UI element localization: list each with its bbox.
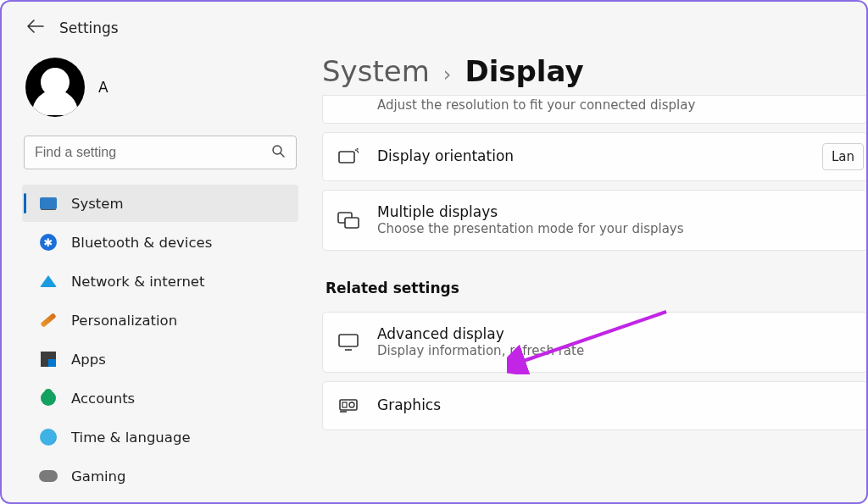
sidebar-item-bluetooth[interactable]: ✱ Bluetooth & devices [22,224,298,261]
multiple-displays-icon [335,212,362,229]
setting-row-graphics[interactable]: Graphics [322,381,868,430]
nav: System ✱ Bluetooth & devices Network & i… [22,185,298,495]
svg-rect-9 [342,402,347,407]
svg-rect-4 [345,218,359,228]
orientation-icon [335,148,362,165]
breadcrumb: System › Display [322,54,866,88]
user-icon [39,389,58,407]
section-header-related: Related settings [326,280,866,296]
chevron-right-icon: › [443,63,452,86]
sidebar-item-label: Time & language [71,429,191,446]
bluetooth-icon: ✱ [39,233,58,252]
sidebar-item-system[interactable]: System [22,185,298,222]
setting-title: Graphics [377,396,855,414]
setting-subtitle: Choose the presentation mode for your di… [377,221,855,238]
back-button[interactable] [27,19,44,36]
sidebar-item-label: Personalization [71,313,177,329]
setting-subtitle: Display information, refresh rate [377,343,855,360]
orientation-dropdown[interactable]: Lan [822,143,864,170]
graphics-card-icon [335,397,362,414]
sidebar-item-apps[interactable]: Apps [22,341,298,378]
sidebar-item-network[interactable]: Network & internet [22,263,298,300]
monitor-icon [335,334,362,351]
avatar [25,58,85,117]
setting-row-advanced-display[interactable]: Advanced display Display information, re… [322,312,868,373]
svg-rect-5 [339,335,358,346]
setting-row-resolution[interactable]: Adjust the resolution to fit your connec… [322,95,868,124]
wifi-icon [39,272,58,291]
sidebar-item-label: System [71,196,124,212]
setting-row-multiple-displays[interactable]: Multiple displays Choose the presentatio… [322,190,868,251]
svg-point-8 [349,402,354,407]
display-icon [39,194,58,213]
setting-title: Multiple displays [377,202,855,221]
sidebar-item-label: Accounts [71,390,135,407]
sidebar-item-label: Bluetooth & devices [71,235,212,251]
paintbrush-icon [39,311,58,330]
search-input[interactable] [24,136,297,169]
sidebar-item-label: Gaming [71,468,126,485]
sidebar-item-label: Network & internet [71,274,204,290]
breadcrumb-parent[interactable]: System [322,54,430,88]
sidebar-item-accounts[interactable]: Accounts [22,379,298,417]
sidebar-item-time-language[interactable]: Time & language [22,418,298,456]
sidebar-item-label: Apps [71,352,106,368]
setting-subtitle: Adjust the resolution to fit your connec… [377,97,855,114]
setting-title: Display orientation [377,147,807,165]
svg-rect-2 [339,152,354,163]
sidebar-item-gaming[interactable]: Gaming [22,457,298,495]
setting-row-orientation[interactable]: Display orientation Lan [322,132,868,181]
profile-name: A [98,79,108,96]
globe-icon [39,428,58,446]
setting-title: Advanced display [377,324,855,343]
breadcrumb-current: Display [465,54,583,88]
profile[interactable]: A [22,51,298,132]
app-title: Settings [59,19,119,36]
gamepad-icon [39,467,58,485]
apps-icon [39,350,58,368]
sidebar-item-personalization[interactable]: Personalization [22,302,298,339]
